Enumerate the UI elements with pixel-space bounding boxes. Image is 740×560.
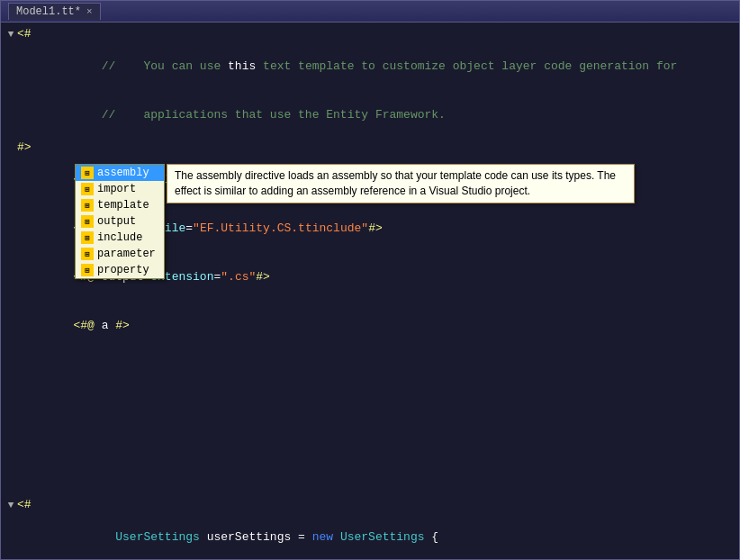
title-bar: Model1.tt* × (1, 1, 739, 23)
ac-label: parameter (97, 248, 156, 260)
code-line: // applications that use the Entity Fram… (1, 91, 739, 140)
ac-icon: ⊞ (81, 264, 94, 276)
ac-item-include[interactable]: ⊞ include (76, 230, 164, 246)
autocomplete-list[interactable]: ⊞ assembly ⊞ import ⊞ template ⊞ output … (75, 164, 165, 279)
code-line (1, 350, 739, 366)
autocomplete-container: ⊞ assembly ⊞ import ⊞ template ⊞ output … (75, 164, 635, 279)
editor-body: ▼ <# // You can use this text template t… (1, 23, 739, 559)
ac-label: property (97, 264, 149, 276)
ac-item-template[interactable]: ⊞ template (76, 197, 164, 213)
editor-tab[interactable]: Model1.tt* × (8, 3, 101, 20)
ac-label: template (97, 199, 149, 212)
code-line: // You can use this text template to cus… (1, 42, 739, 91)
tab-close-button[interactable]: × (86, 6, 93, 17)
code-line: ▼ <# (1, 497, 739, 513)
ac-icon: ⊞ (81, 231, 94, 244)
editor-window: Model1.tt* × ▼ <# // You can use this te… (0, 0, 740, 560)
ac-item-property[interactable]: ⊞ property (76, 262, 164, 278)
collapse-button-2[interactable]: ▼ (8, 497, 14, 513)
ac-item-import[interactable]: ⊞ import (76, 181, 164, 197)
code-line: ▼ <# (1, 26, 739, 42)
ac-item-assembly[interactable]: ⊞ assembly (76, 165, 164, 181)
ac-label: include (97, 231, 142, 244)
code-line: UserSettings userSettings = new UserSett… (1, 513, 739, 559)
code-line: <#@ a #> (1, 302, 739, 350)
ac-item-output[interactable]: ⊞ output (76, 213, 164, 230)
ac-icon: ⊞ (81, 183, 94, 195)
autocomplete-tooltip: The assembly directive loads an assembly… (167, 164, 635, 203)
tab-label: Model1.tt* (16, 5, 81, 18)
ac-icon: ⊞ (81, 248, 94, 260)
ac-label: assembly (97, 167, 149, 179)
ac-item-parameter[interactable]: ⊞ parameter (76, 246, 164, 262)
ac-icon: ⊞ (81, 199, 94, 212)
ac-label: output (97, 215, 136, 228)
code-line: #> (1, 140, 739, 156)
ac-icon: ⊞ (81, 167, 94, 179)
collapse-button[interactable]: ▼ (8, 26, 14, 42)
ac-label: import (97, 183, 136, 195)
ac-icon: ⊞ (81, 215, 94, 228)
